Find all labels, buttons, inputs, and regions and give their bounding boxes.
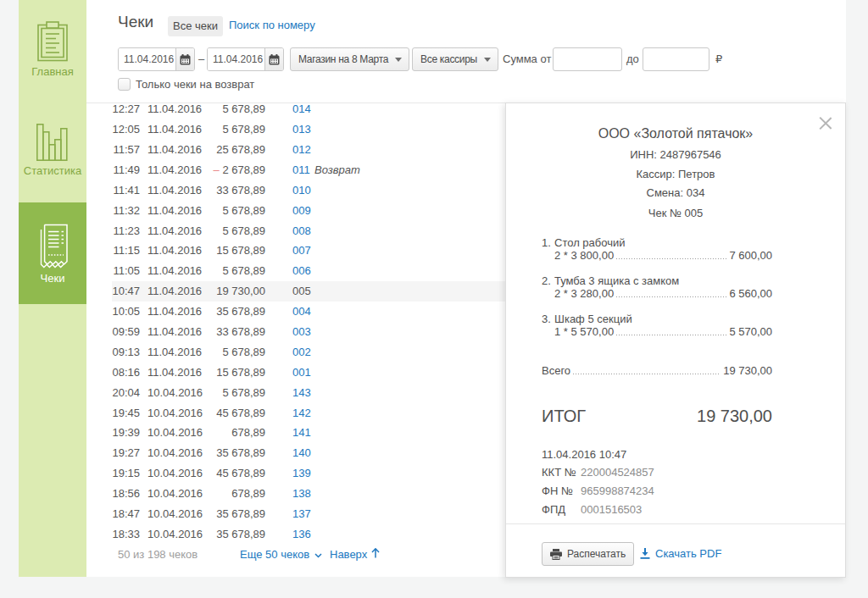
date-to-control [207, 47, 284, 71]
receipt-number-link[interactable]: 136 [292, 524, 311, 545]
amount-value: 45 678,89 [216, 407, 265, 419]
receipt-number-link[interactable]: 008 [292, 221, 311, 241]
chevron-down-icon [314, 553, 322, 558]
receipt-number-link[interactable]: 005 [292, 281, 311, 302]
date-range-dash: – [198, 47, 204, 71]
cell-time: 20:04 [103, 383, 140, 403]
amount-value: 35 678,89 [216, 528, 265, 540]
receipt-number-link[interactable]: 009 [292, 201, 311, 221]
receipt-number-link[interactable]: 138 [292, 484, 311, 504]
receipt-number-link[interactable]: 143 [292, 383, 311, 403]
cell-note: Возврат [314, 160, 360, 180]
meta-value: 220004524857 [581, 463, 654, 482]
receipt-number-link[interactable]: 001 [292, 363, 311, 383]
receipt-number-link[interactable]: 013 [292, 119, 311, 140]
print-button[interactable]: Распечатать [542, 542, 634, 566]
receipt-number-link[interactable]: 137 [292, 504, 311, 524]
cell-time: 19:15 [103, 463, 140, 484]
amount-value: 5 678,89 [222, 386, 265, 399]
amount-value: 33 678,89 [216, 325, 265, 338]
date-from-input[interactable] [119, 48, 175, 70]
receipt-number-link[interactable]: 014 [292, 99, 311, 119]
amount-value: 5 678,89 [222, 224, 265, 237]
back-to-top-link[interactable]: Наверх [330, 548, 380, 561]
item-name: Шкаф 5 секций [554, 313, 632, 325]
subtotal-label: Всего [542, 364, 570, 377]
date-from-control [118, 47, 195, 71]
cell-amount: 35 678,89 [168, 443, 265, 463]
cell-time: 09:13 [103, 342, 140, 363]
amount-value: 35 678,89 [216, 507, 265, 520]
item-qty: 1 * 5 570,00 [554, 325, 614, 338]
receipt-shift: Смена: 034 [506, 186, 845, 199]
date-to-input[interactable] [208, 48, 264, 70]
cell-amount: 19 730,00 [168, 281, 265, 302]
receipt-number-link[interactable]: 142 [292, 403, 311, 424]
item-name: Тумба 3 ящика с замком [554, 274, 679, 287]
cell-amount: 35 678,89 [168, 504, 265, 524]
amount-value: 5 678,89 [222, 346, 265, 358]
print-button-label: Распечатать [567, 548, 626, 560]
tab-all-receipts[interactable]: Все чеки [168, 16, 223, 36]
calendar-icon [180, 54, 191, 65]
amount-value: 19 730,00 [216, 285, 265, 297]
subtotal-value: 19 730,00 [723, 364, 772, 377]
item-index: 3. [542, 313, 554, 325]
store-dropdown[interactable]: Магазин на 8 Марта [290, 47, 409, 71]
date-from-calendar-button[interactable] [175, 48, 194, 70]
sidebar-item-home[interactable]: Главная [19, 10, 86, 88]
sum-from-label: Сумма от [503, 47, 551, 71]
search-by-number-link[interactable]: Поиск по номеру [229, 19, 315, 31]
download-pdf-link[interactable]: Скачать PDF [640, 547, 721, 560]
receipt-number-link[interactable]: 007 [292, 241, 311, 261]
filters-bar: – Магазин на 8 [86, 47, 846, 71]
receipt-number-link[interactable]: 003 [292, 322, 311, 342]
item-sum: 7 600,00 [729, 249, 772, 262]
sum-to-input[interactable] [643, 47, 709, 71]
date-to-calendar-button[interactable] [264, 48, 283, 70]
receipt-items: 1.Стол рабочий 2 * 3 800,007 600,00 2.Ту… [542, 236, 772, 351]
clipboard-icon [37, 21, 68, 62]
cell-time: 11:57 [103, 140, 140, 160]
cell-amount: – 2 678,89 [168, 160, 265, 180]
printer-icon [550, 549, 562, 560]
returns-only-label: Только чеки на возврат [136, 78, 254, 91]
cell-amount: 5 678,89 [168, 221, 265, 241]
receipt-number-link[interactable]: 011 [292, 160, 310, 180]
item-name-row: 3.Шкаф 5 секций [542, 313, 772, 325]
sum-from-input[interactable] [553, 47, 622, 71]
receipt-number-link[interactable]: 002 [292, 342, 311, 363]
amount-value: 33 678,89 [216, 184, 265, 197]
receipt-number-link[interactable]: 140 [292, 443, 311, 463]
receipt-number: Чек № 005 [506, 207, 845, 219]
cell-amount: 35 678,89 [168, 302, 265, 322]
returns-only-checkbox-row[interactable]: Только чеки на возврат [118, 78, 254, 91]
store-dropdown-value: Магазин на 8 Марта [291, 53, 388, 65]
receipt-number-link[interactable]: 010 [292, 180, 311, 201]
receipt-number-link[interactable]: 139 [292, 463, 311, 484]
amount-value: 2 678,89 [222, 163, 265, 176]
load-more-link[interactable]: Еще 50 чеков [240, 548, 322, 561]
currency-label: ₽ [715, 47, 722, 71]
download-pdf-label: Скачать PDF [655, 547, 721, 560]
meta-row: ФПД 0001516503 [542, 501, 654, 519]
sidebar-item-receipts[interactable]: Чеки [19, 202, 86, 304]
receipt-number-link[interactable]: 141 [292, 423, 311, 443]
returns-only-checkbox[interactable] [118, 78, 131, 91]
meta-value: 965998874234 [581, 482, 654, 501]
meta-row: ФН № 965998874234 [542, 482, 654, 501]
receipt-inn: ИНН: 2487967546 [506, 148, 845, 161]
cell-time: 18:33 [103, 524, 140, 545]
amount-value: 5 678,89 [222, 102, 265, 115]
item-index: 1. [542, 236, 554, 249]
cell-time: 19:45 [103, 403, 140, 424]
cell-time: 10:05 [103, 302, 140, 322]
receipt-number-link[interactable]: 012 [292, 140, 311, 160]
receipt-number-link[interactable]: 006 [292, 261, 311, 281]
cashiers-dropdown[interactable]: Все кассиры [412, 47, 498, 71]
sidebar-item-home-label: Главная [19, 65, 86, 78]
page: Главная Статистика [0, 0, 868, 598]
cell-time: 19:27 [103, 443, 140, 463]
sidebar-item-stats[interactable]: Статистика [19, 114, 86, 191]
receipt-number-link[interactable]: 004 [292, 302, 311, 322]
